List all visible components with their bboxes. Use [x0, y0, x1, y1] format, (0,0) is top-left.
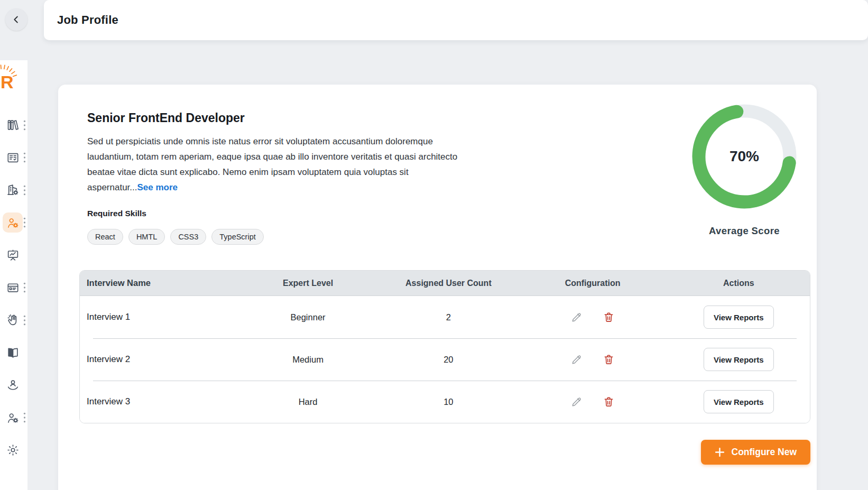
job-profile-card: Senior FrontEnd Developer Sed ut perspic… — [58, 85, 817, 490]
sidebar-item-user-settings[interactable] — [0, 402, 27, 434]
sidebar-item-question-bank[interactable] — [0, 337, 27, 369]
actions-cell: View Reports — [668, 390, 810, 413]
logo-letter: R — [1, 73, 14, 91]
exam-sheet-icon — [6, 151, 20, 164]
expert-level: Medium — [237, 355, 379, 365]
actions-cell: View Reports — [668, 306, 810, 329]
score-value: 70% — [687, 99, 801, 214]
col-header-assigned-user-count: Assigned User Count — [379, 279, 518, 288]
kebab-menu-icon[interactable] — [23, 315, 26, 326]
interview-name: Interview 1 — [80, 312, 237, 322]
sidebar-nav — [0, 109, 27, 467]
col-header-actions: Actions — [668, 279, 810, 288]
assigned-user-count: 20 — [379, 355, 518, 365]
presentation-board-icon — [6, 248, 20, 262]
score-label: Average Score — [684, 225, 805, 237]
trash-icon — [603, 396, 615, 408]
view-reports-button[interactable]: View Reports — [704, 390, 774, 413]
question-bank-icon — [6, 346, 20, 359]
expert-level: Hard — [237, 397, 379, 407]
expert-level: Beginner — [237, 312, 379, 322]
support-hand-icon — [6, 378, 20, 392]
pencil-icon — [570, 311, 583, 323]
skill-chip: React — [87, 229, 123, 245]
sidebar-item-support[interactable] — [0, 369, 27, 402]
sidebar-item-exams[interactable] — [0, 142, 27, 174]
kebab-menu-icon[interactable] — [23, 119, 26, 131]
average-score-widget: 70% Average Score — [684, 99, 805, 237]
col-header-interview-name: Interview Name — [80, 278, 237, 288]
top-header: Job Profile — [44, 0, 868, 40]
sidebar: R — [0, 60, 27, 490]
kebab-menu-icon[interactable] — [23, 217, 26, 228]
table-row: Interview 2 Medium 20 — [80, 338, 810, 381]
sidebar-item-company[interactable] — [0, 174, 27, 207]
library-books-icon — [6, 118, 20, 132]
configure-new-button[interactable]: Configure New — [701, 440, 810, 465]
col-header-expert-level: Expert Level — [237, 279, 379, 288]
sidebar-item-skills[interactable] — [0, 304, 27, 337]
back-button[interactable] — [5, 8, 27, 31]
configuration-cell — [518, 310, 668, 325]
skill-chip: HMTL — [128, 229, 165, 245]
interview-name: Interview 2 — [80, 354, 237, 365]
kebab-menu-icon[interactable] — [23, 412, 26, 423]
score-donut-chart: 70% — [687, 99, 801, 214]
app-logo: R — [0, 60, 27, 109]
table-row: Interview 1 Beginner 2 — [80, 296, 810, 338]
delete-interview-button[interactable] — [602, 395, 616, 409]
edit-interview-button[interactable] — [569, 395, 584, 409]
skill-chip: CSS3 — [170, 229, 206, 245]
col-header-configuration: Configuration — [518, 279, 668, 288]
pencil-icon — [570, 354, 583, 366]
table-header-row: Interview Name Expert Level Assigned Use… — [80, 271, 810, 296]
sidebar-item-library[interactable] — [0, 109, 27, 142]
interview-name: Interview 3 — [80, 396, 237, 407]
view-reports-button[interactable]: View Reports — [704, 306, 774, 329]
company-building-icon — [6, 183, 20, 197]
view-reports-button[interactable]: View Reports — [704, 348, 774, 371]
trash-icon — [603, 354, 615, 366]
actions-cell: View Reports — [668, 348, 810, 371]
delete-interview-button[interactable] — [602, 310, 616, 325]
sidebar-item-interviews[interactable] — [0, 272, 27, 304]
edit-interview-button[interactable] — [569, 310, 584, 325]
table-row: Interview 3 Hard 10 — [80, 381, 810, 423]
pencil-icon — [570, 396, 583, 408]
interview-card-icon — [6, 281, 20, 294]
job-description: Sed ut perspiciatis unde omnis iste natu… — [87, 134, 468, 195]
sidebar-item-presentation[interactable] — [0, 239, 27, 272]
delete-interview-button[interactable] — [602, 353, 616, 367]
configure-new-label: Configure New — [732, 447, 797, 458]
trash-icon — [603, 311, 615, 323]
kebab-menu-icon[interactable] — [23, 184, 26, 196]
kebab-menu-icon[interactable] — [23, 152, 26, 163]
kebab-menu-icon[interactable] — [23, 282, 26, 293]
edit-interview-button[interactable] — [569, 353, 584, 367]
sidebar-item-settings[interactable] — [0, 434, 27, 467]
page-title: Job Profile — [57, 13, 118, 27]
sidebar-item-job-profile[interactable] — [0, 207, 27, 239]
user-settings-icon — [6, 411, 20, 424]
settings-gear-icon — [6, 443, 20, 457]
configuration-cell — [518, 395, 668, 409]
see-more-link[interactable]: See more — [137, 182, 178, 192]
chevron-left-icon — [11, 14, 22, 25]
skill-chip: TypeScript — [211, 229, 264, 245]
assigned-user-count: 2 — [379, 312, 518, 322]
configuration-cell — [518, 353, 668, 367]
skill-hand-icon — [6, 313, 20, 327]
plus-icon — [715, 447, 725, 457]
interviews-table: Interview Name Expert Level Assigned Use… — [79, 270, 810, 423]
candidate-settings-icon — [6, 216, 20, 229]
assigned-user-count: 10 — [379, 397, 518, 407]
